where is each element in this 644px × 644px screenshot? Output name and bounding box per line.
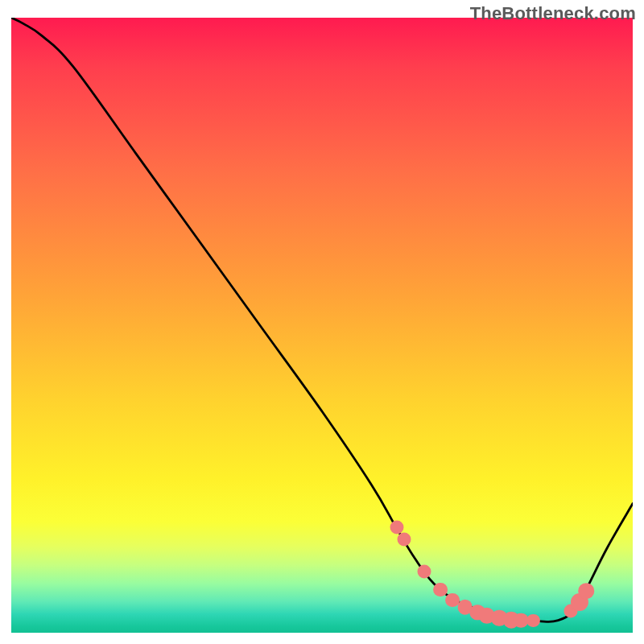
plot-area — [11, 18, 633, 633]
watermark-text: TheBottleneck.com — [470, 3, 636, 24]
gradient-background — [11, 18, 633, 633]
chart-container: TheBottleneck.com — [0, 0, 644, 644]
